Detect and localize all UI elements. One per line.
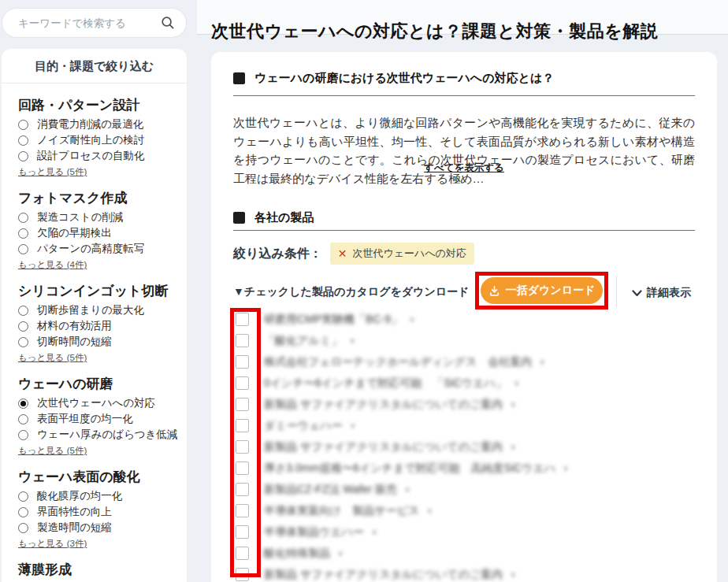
product-name-blurred[interactable]: 厚さ3.0mm規格〜6インチまで対応可能 高純度SiCウエハ [264, 462, 555, 476]
product-row[interactable]: ダミーウェハー∨ [233, 415, 704, 436]
radio-icon[interactable] [18, 228, 28, 239]
search-bar[interactable] [2, 8, 187, 38]
chevron-down-icon[interactable]: ∨ [539, 357, 545, 367]
bulk-download-label: 一括ダウンロード [506, 284, 596, 298]
radio-icon[interactable] [18, 151, 28, 161]
chevron-down-icon[interactable]: ∨ [510, 569, 516, 580]
bulk-download-button[interactable]: 一括ダウンロード [481, 277, 603, 304]
radio-icon[interactable] [18, 337, 28, 347]
chevron-down-icon[interactable]: ∨ [337, 548, 344, 558]
filter-option[interactable]: 表面平坦度の均一化 [18, 411, 170, 427]
chevron-down-icon[interactable]: ∨ [510, 442, 516, 452]
radio-icon[interactable] [18, 491, 28, 502]
radio-icon[interactable] [18, 507, 28, 517]
detail-toggle[interactable]: 詳細表示 [632, 286, 691, 300]
search-icon[interactable] [160, 15, 176, 31]
product-name-blurred[interactable]: 半導体製品ウエハー [264, 525, 364, 539]
show-more-link[interactable]: もっと見る (5件) [18, 168, 87, 176]
search-input[interactable] [17, 17, 160, 30]
filter-option[interactable]: パターンの高精度転写 [18, 241, 170, 257]
product-row[interactable]: 半導体製品ウエハー∨ [233, 521, 704, 543]
product-row[interactable]: 厚さ3.0mm規格〜6インチまで対応可能 高純度SiCウエハ∨ [233, 458, 704, 479]
section-square-icon [233, 212, 245, 224]
chevron-down-icon[interactable]: ∨ [349, 335, 355, 346]
show-more-link[interactable]: もっと見る (3件) [18, 539, 87, 548]
product-name-blurred[interactable]: 0インチ〜6インチまで対応可能 「SiCウエハ」 [264, 376, 507, 391]
product-row[interactable]: 研磨用CMP実験機「BC-9」∨ [233, 309, 704, 330]
chevron-down-icon[interactable]: ∨ [563, 463, 569, 473]
product-row[interactable]: 酸化特殊製品∨ [233, 543, 704, 564]
product-row[interactable]: 新製品 サファイアクリスタルについてのご案内∨ [233, 394, 704, 415]
chevron-down-icon[interactable]: ∨ [371, 527, 377, 537]
radio-icon[interactable] [18, 120, 28, 130]
product-name-blurred[interactable]: 新製品 サファイアクリスタルについてのご案内 [264, 398, 503, 412]
product-name-blurred[interactable]: 新製品 サファイアクリスタルについてのご案内 [264, 440, 503, 454]
filter-option[interactable]: 酸化膜厚の均一化 [18, 488, 170, 504]
chevron-down-icon[interactable]: ∨ [510, 399, 516, 410]
chevron-down-icon[interactable]: ∨ [514, 378, 520, 388]
main-content-card: ウェーハの研磨における次世代ウェーハへの対応とは？ 次世代ウェーハとは、より微細… [211, 52, 717, 582]
section-heading-products: 各社の製品 [233, 210, 314, 225]
chevron-down-icon[interactable]: ∨ [350, 421, 356, 431]
filter-groups: 回路・パターン設計 消費電力削減の最適化 ノイズ耐性向上の検討 設計プロセスの自… [2, 83, 187, 582]
show-more-link[interactable]: もっと見る (5件) [18, 447, 87, 455]
sidebar-header: 目的・課題で絞り込む [2, 49, 187, 83]
filter-option-label: 酸化膜厚の均一化 [37, 489, 122, 503]
filter-option[interactable]: 設計プロセスの自動化 [18, 148, 170, 164]
filter-option[interactable]: 製造コストの削減 [18, 209, 170, 225]
download-instruction-label: ▼チェックした製品のカタログをダウンロード [233, 285, 469, 299]
product-name-blurred[interactable]: 「酸化アルミ」 [264, 334, 342, 348]
radio-icon[interactable] [18, 213, 28, 223]
section-title: 各社の製品 [254, 210, 314, 225]
product-row[interactable]: 「酸化アルミ」∨ [233, 330, 704, 351]
section-divider [233, 230, 695, 231]
product-row[interactable]: 半導体実装向け 製品サービス∨ [233, 500, 704, 521]
product-row[interactable]: 新製品CZ-FZ法 Wafer 販売∨ [233, 479, 704, 500]
product-name-blurred[interactable]: 半導体実装向け 製品サービス [264, 504, 419, 518]
detail-toggle-label: 詳細表示 [647, 286, 691, 300]
chevron-down-icon[interactable]: ∨ [409, 314, 415, 324]
radio-icon[interactable] [18, 430, 28, 440]
filter-option[interactable]: 界面特性の向上 [18, 504, 170, 520]
product-name-blurred[interactable]: 研磨用CMP実験機「BC-9」 [264, 313, 402, 327]
radio-selected-icon[interactable] [18, 399, 28, 409]
filter-option[interactable]: 製造時間の短縮 [18, 520, 170, 536]
product-name-blurred[interactable]: 新製品 サファイアクリスタルについてのご案内 [264, 568, 503, 582]
product-row[interactable]: 新製品 サファイアクリスタルについてのご案内∨ [233, 436, 704, 458]
filter-option[interactable]: 欠陥の早期検出 [18, 225, 170, 241]
radio-icon[interactable] [18, 523, 28, 533]
filter-chip: ✕ 次世代ウェーハへの対応 [330, 243, 474, 265]
page-title: 次世代ウェーハへの対応とは？課題と対策・製品を解説 [211, 20, 658, 43]
filter-option[interactable]: 消費電力削減の最適化 [18, 117, 170, 132]
filter-group-thin-film: 薄膜形成 膜厚均一性の確保 成膜プロセスの効率化 異物混入の防止 [18, 562, 170, 582]
vertical-divider [616, 276, 617, 307]
filter-option[interactable]: 切断歩留まりの最大化 [18, 302, 170, 318]
show-more-link[interactable]: もっと見る (4件) [18, 261, 87, 269]
product-name-blurred[interactable]: 株式会社フェローテックホールディングス 会社案内 [264, 355, 532, 369]
product-row[interactable]: 株式会社フェローテックホールディングス 会社案内∨ [233, 351, 704, 373]
radio-icon[interactable] [18, 321, 28, 332]
radio-icon[interactable] [18, 244, 28, 254]
product-name-blurred[interactable]: 酸化特殊製品 [264, 547, 330, 561]
filter-option[interactable]: 材料の有効活用 [18, 318, 170, 334]
filter-group-title: シリコンインゴット切断 [18, 283, 170, 299]
product-name-blurred[interactable]: ダミーウェハー [264, 419, 343, 433]
radio-icon[interactable] [18, 135, 28, 146]
filter-option[interactable]: 切断時間の短縮 [18, 334, 170, 350]
product-row[interactable]: 0インチ〜6インチまで対応可能 「SiCウエハ」∨ [233, 373, 704, 394]
chevron-down-icon[interactable]: ∨ [404, 484, 410, 495]
chevron-down-icon[interactable]: ∨ [426, 506, 433, 516]
filter-option-label: パターンの高精度転写 [37, 242, 144, 256]
filter-option-label: 材料の有効活用 [37, 319, 112, 333]
product-name-blurred[interactable]: 新製品CZ-FZ法 Wafer 販売 [264, 483, 397, 497]
radio-icon[interactable] [18, 414, 28, 424]
filter-option[interactable]: ノイズ耐性向上の検討 [18, 132, 170, 148]
show-all-link[interactable]: すべてを表示する [424, 162, 504, 173]
chip-remove-icon[interactable]: ✕ [338, 248, 347, 259]
filter-option-selected[interactable]: 次世代ウェーハへの対応 [18, 395, 170, 411]
product-row[interactable]: 新製品 サファイアクリスタルについてのご案内∨ [233, 564, 704, 582]
radio-icon[interactable] [18, 306, 28, 316]
show-more-link[interactable]: もっと見る (5件) [18, 354, 87, 362]
filter-option[interactable]: ウェーハ厚みのばらつき低減 [18, 427, 170, 443]
show-all-wrap: すべてを表示する [211, 160, 717, 175]
